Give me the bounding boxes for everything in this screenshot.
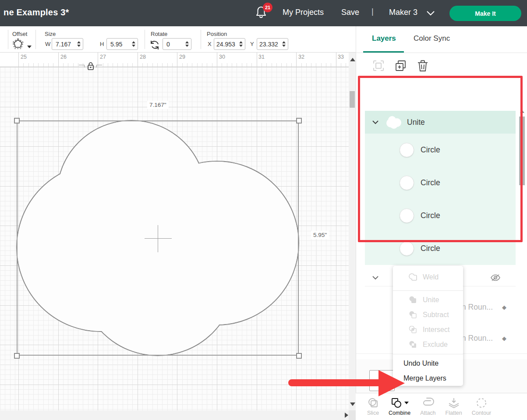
selection-handle-top-left[interactable] [14,118,20,124]
stepper-down-icon [239,45,243,47]
chevron-down-icon [426,11,435,16]
layer-name: Circle [421,211,440,220]
vertical-scroll-thumb[interactable] [350,91,355,108]
offset-label: Offset [12,31,27,37]
save-link[interactable]: Save [341,8,359,17]
menu-label: Unite [423,296,439,304]
selection-width-label: 7.167" [147,101,169,109]
rotate-input-box [163,38,191,50]
contour-label: Contour [472,410,491,416]
tab-color-sync[interactable]: Color Sync [414,34,450,43]
rotate-stepper[interactable] [183,39,191,49]
x-position-input[interactable] [214,39,237,49]
my-projects-link[interactable]: My Projects [283,8,324,17]
selection-handle-bottom-right[interactable] [296,353,302,359]
flatten-icon [448,397,460,409]
layer-name: Circle [421,244,440,253]
rotate-button[interactable] [149,40,160,52]
scroll-up-icon[interactable] [350,58,355,61]
horizontal-scrollbar[interactable] [0,410,356,420]
rotate-input[interactable] [163,39,183,49]
combine-button[interactable]: Combine [389,397,410,416]
machine-selector[interactable]: Maker 3 [389,8,417,17]
scrollbar-corner [349,410,356,420]
make-it-button[interactable]: Make It [449,6,521,21]
menu-item-weld[interactable]: Weld [393,266,463,289]
position-label: Position [207,31,227,37]
width-stepper[interactable] [75,39,83,49]
combine-dropdown-menu: Weld Unite Subtract Intersect Exclude Un… [393,266,463,386]
rotate-icon [149,40,160,50]
stepper-up-icon [132,41,135,43]
stepper-up-icon [282,41,286,43]
height-input-box [106,38,138,50]
y-input-box [257,38,288,50]
y-position-input[interactable] [257,39,280,49]
layer-row-unite[interactable]: Unite [365,111,516,134]
menu-item-undo-unite[interactable]: Undo Unite [393,356,463,371]
layer-row-circle[interactable]: Circle [365,199,516,232]
layer-name: Circle [421,178,440,187]
attach-button[interactable]: Attach [420,397,435,416]
flatten-button[interactable]: Flatten [446,397,462,416]
selection-handle-bottom-left[interactable] [14,353,20,359]
menu-item-merge-layers[interactable]: Merge Layers [393,371,463,386]
scroll-down-icon[interactable] [350,402,355,406]
eye-off-icon[interactable] [490,274,501,282]
hidden-layer-name[interactable]: n Roun... [462,303,493,312]
layer-name: Circle [421,145,440,155]
menu-label: Subtract [423,311,449,319]
size-label: Size [45,31,56,37]
menu-label: Undo Unite [403,360,439,367]
stepper-down-icon [132,45,135,47]
menu-item-exclude[interactable]: Exclude [393,337,463,352]
shape-center-cross [158,225,158,252]
lock-ratio-button[interactable] [87,61,95,73]
width-input[interactable] [52,39,75,49]
notifications-button[interactable]: 21 [255,5,271,21]
x-stepper[interactable] [237,39,245,49]
height-input[interactable] [107,39,130,49]
panel-scroll-up-icon[interactable] [520,110,524,113]
menu-item-unite[interactable]: Unite [393,293,463,307]
layer-row-circle[interactable]: Circle [365,134,516,166]
combine-icon [391,397,402,409]
selection-handle-top-right[interactable] [296,118,302,124]
stepper-up-icon [185,41,189,43]
panel-footer-box[interactable] [369,370,395,391]
intersect-icon [409,326,417,334]
ruler-number: 33 [338,54,344,60]
tab-layers[interactable]: Layers [372,34,396,43]
selection-edge-top [17,120,299,121]
y-stepper[interactable] [280,39,288,49]
layer-row-circle[interactable]: Circle [365,232,516,265]
toolbar-divider [145,30,145,49]
panel-scroll-thumb[interactable] [519,116,525,185]
stepper-up-icon [77,41,81,43]
offset-button[interactable] [12,39,25,52]
design-canvas[interactable]: 25 26 27 28 29 30 31 32 33 7.167" 5.95" [0,53,356,420]
scroll-right-icon[interactable] [345,413,348,418]
lock-bracket-right [96,65,102,67]
diamond-icon: ◆ [502,304,506,311]
offset-caret-icon[interactable] [27,46,32,48]
vertical-scrollbar[interactable] [349,53,356,410]
flatten-label: Flatten [446,410,462,416]
menu-label: Exclude [423,341,448,349]
menu-item-intersect[interactable]: Intersect [393,322,463,337]
hidden-layer-name[interactable]: n Roun... [462,334,493,343]
united-quatrefoil-shape[interactable] [0,53,356,420]
menu-divider [393,290,463,291]
chevron-down-icon[interactable] [372,275,379,280]
contour-button[interactable]: Contour [472,397,491,416]
ruler-number: 25 [21,54,27,60]
chevron-down-icon[interactable] [372,120,379,124]
weld-icon [409,273,417,281]
slice-button[interactable]: Slice [367,397,379,416]
attach-icon [421,397,435,409]
height-stepper[interactable] [130,39,138,49]
ruler-number: 29 [179,54,185,60]
layer-row-circle[interactable]: Circle [365,166,516,199]
stepper-down-icon [77,45,81,47]
menu-item-subtract[interactable]: Subtract [393,307,463,322]
